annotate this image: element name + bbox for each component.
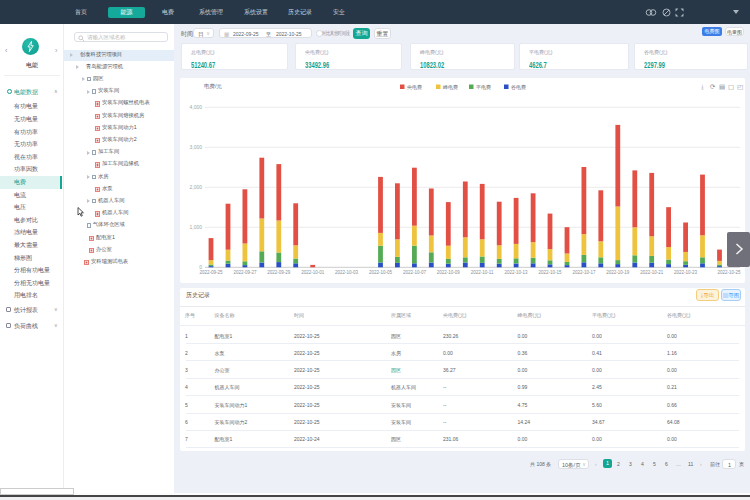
svg-text:平电费: 平电费 <box>476 84 491 90</box>
svg-text:2022-10-25: 2022-10-25 <box>717 270 741 275</box>
svg-text:电费/元: 电费/元 <box>204 83 223 89</box>
svg-text:⤓: ⤓ <box>701 83 704 90</box>
svg-text:2022-10-07: 2022-10-07 <box>403 270 427 275</box>
svg-text:2022-10-15: 2022-10-15 <box>538 270 562 275</box>
svg-text:2022-10-05: 2022-10-05 <box>369 270 393 275</box>
svg-text:⟳: ⟳ <box>710 83 716 90</box>
svg-text:谷电费: 谷电费 <box>511 84 526 90</box>
svg-text:2022-10-13: 2022-10-13 <box>505 270 529 275</box>
svg-text:4,000: 4,000 <box>189 104 202 110</box>
svg-text:2022-09-25: 2022-09-25 <box>199 270 223 275</box>
svg-text:2022-10-19: 2022-10-19 <box>606 270 630 275</box>
svg-text:▤: ▤ <box>719 83 725 90</box>
svg-text:2022-09-27: 2022-09-27 <box>233 270 257 275</box>
svg-text:尖电费: 尖电费 <box>407 84 422 90</box>
svg-text:2022-09-29: 2022-09-29 <box>267 270 291 275</box>
svg-text:2022-10-17: 2022-10-17 <box>572 270 596 275</box>
svg-text:2022-10-01: 2022-10-01 <box>301 270 325 275</box>
svg-text:2,000: 2,000 <box>189 184 202 190</box>
svg-text:◰: ◰ <box>737 83 743 90</box>
svg-text:3,000: 3,000 <box>189 144 202 150</box>
svg-text:▢: ▢ <box>728 83 734 90</box>
svg-text:2022-10-03: 2022-10-03 <box>335 270 359 275</box>
svg-text:2022-10-23: 2022-10-23 <box>674 270 698 275</box>
svg-text:2022-10-21: 2022-10-21 <box>640 270 664 275</box>
svg-text:1,000: 1,000 <box>189 224 202 230</box>
svg-text:2022-10-09: 2022-10-09 <box>437 270 461 275</box>
svg-text:峰电费: 峰电费 <box>443 84 458 90</box>
svg-text:2022-10-11: 2022-10-11 <box>471 270 494 275</box>
